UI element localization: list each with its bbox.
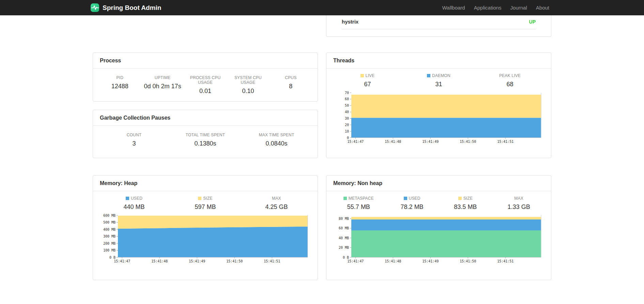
svg-text:600 MB: 600 MB bbox=[103, 214, 116, 217]
svg-text:30: 30 bbox=[345, 117, 349, 120]
process-card: Process PID 12488 UPTIME 0d 0h 2m 17s PR… bbox=[93, 52, 318, 102]
memory-nonheap-card-title: Memory: Non heap bbox=[326, 176, 551, 191]
svg-text:20 MB: 20 MB bbox=[339, 246, 349, 249]
legend-heap-size: SIZE 597 MB bbox=[170, 196, 241, 211]
memory-heap-card-title: Memory: Heap bbox=[93, 176, 318, 191]
used-series-color-icon bbox=[126, 197, 129, 200]
svg-text:15:41:47: 15:41:47 bbox=[347, 259, 364, 263]
size-series-color-icon bbox=[198, 197, 201, 200]
legend-nonheap-used: USED 78.2 MB bbox=[385, 196, 439, 211]
daemon-series-color-icon bbox=[427, 74, 430, 77]
svg-text:0 B: 0 B bbox=[109, 256, 116, 259]
svg-text:15:41:49: 15:41:49 bbox=[422, 140, 439, 143]
legend-heap-max: MAX 4.25 GB bbox=[241, 196, 312, 211]
status-badge: UP bbox=[529, 19, 536, 25]
brand-title: Spring Boot Admin bbox=[103, 4, 161, 12]
memory-heap-card: Memory: Heap USED 440 MB SIZE 597 MB MAX… bbox=[93, 175, 318, 280]
right-column: hystrix UP Threads LIVE 67 DAEMON 31 bbox=[326, 15, 551, 280]
svg-text:400 MB: 400 MB bbox=[103, 228, 116, 231]
left-column: Process PID 12488 UPTIME 0d 0h 2m 17s PR… bbox=[93, 15, 318, 280]
svg-text:50: 50 bbox=[345, 104, 349, 107]
svg-text:200 MB: 200 MB bbox=[103, 242, 116, 245]
navbar: Spring Boot Admin Wallboard Applications… bbox=[0, 0, 644, 15]
svg-text:15:41:48: 15:41:48 bbox=[385, 259, 401, 263]
svg-text:40 MB: 40 MB bbox=[339, 236, 349, 240]
gc-pauses-card: Garbage Collection Pauses COUNT 3 TOTAL … bbox=[93, 110, 318, 158]
svg-text:15:41:49: 15:41:49 bbox=[189, 259, 205, 263]
status-row-hystrix[interactable]: hystrix UP bbox=[342, 15, 536, 29]
svg-text:15:41:47: 15:41:47 bbox=[114, 259, 130, 263]
gc-card-title: Garbage Collection Pauses bbox=[93, 110, 318, 126]
size-series-color-icon bbox=[458, 197, 462, 200]
nav-item-applications[interactable]: Applications bbox=[470, 5, 506, 11]
spring-boot-admin-logo-icon bbox=[90, 3, 99, 12]
svg-text:0 B: 0 B bbox=[343, 256, 349, 259]
health-indicator-name: hystrix bbox=[342, 19, 358, 25]
svg-text:100 MB: 100 MB bbox=[103, 248, 116, 252]
metric-process-cpu: PROCESS CPU USAGE 0.01 bbox=[184, 75, 227, 95]
svg-text:80 MB: 80 MB bbox=[339, 217, 349, 221]
legend-heap-used: USED 440 MB bbox=[98, 196, 170, 211]
nav-item-journal[interactable]: Journal bbox=[506, 5, 532, 11]
svg-text:15:41:50: 15:41:50 bbox=[226, 259, 243, 263]
threads-card: Threads LIVE 67 DAEMON 31 PEAK LIVE 68 bbox=[326, 52, 551, 158]
memory-nonheap-card: Memory: Non heap METASPACE 55.7 MB USED … bbox=[326, 175, 551, 280]
legend-daemon: DAEMON 31 bbox=[403, 73, 474, 88]
svg-text:15:41:49: 15:41:49 bbox=[422, 259, 439, 263]
nav-item-about[interactable]: About bbox=[532, 5, 554, 11]
threads-card-title: Threads bbox=[326, 53, 551, 69]
metric-uptime: UPTIME 0d 0h 2m 17s bbox=[141, 75, 184, 95]
svg-text:70: 70 bbox=[345, 91, 349, 95]
metric-gc-total-time: TOTAL TIME SPENT 0.1380s bbox=[170, 133, 241, 147]
svg-text:60: 60 bbox=[345, 97, 349, 101]
threads-chart: 01020304050607015:41:4715:41:4815:41:491… bbox=[332, 91, 546, 145]
svg-text:0: 0 bbox=[347, 136, 349, 140]
metric-gc-count: COUNT 3 bbox=[98, 133, 170, 147]
svg-text:15:41:48: 15:41:48 bbox=[385, 140, 401, 143]
svg-text:15:41:48: 15:41:48 bbox=[151, 259, 168, 263]
nonheap-memory-chart: 0 B20 MB40 MB60 MB80 MB15:41:4715:41:481… bbox=[332, 213, 546, 264]
svg-text:300 MB: 300 MB bbox=[103, 234, 116, 238]
svg-text:500 MB: 500 MB bbox=[103, 221, 116, 224]
legend-peak-live: PEAK LIVE 68 bbox=[474, 73, 546, 88]
svg-text:10: 10 bbox=[345, 130, 349, 133]
live-series-color-icon bbox=[361, 74, 364, 77]
legend-metaspace: METASPACE 55.7 MB bbox=[332, 196, 385, 211]
metric-cpus: CPUS 8 bbox=[270, 75, 312, 95]
heap-memory-chart: 0 B100 MB200 MB300 MB400 MB500 MB600 MB1… bbox=[98, 213, 312, 264]
metric-pid: PID 12488 bbox=[98, 75, 141, 95]
nav-links: Wallboard Applications Journal About bbox=[438, 5, 554, 11]
svg-text:15:41:51: 15:41:51 bbox=[497, 259, 513, 263]
legend-live: LIVE 67 bbox=[332, 73, 403, 88]
used-series-color-icon bbox=[404, 197, 407, 200]
svg-text:40: 40 bbox=[345, 110, 349, 114]
svg-text:60 MB: 60 MB bbox=[339, 226, 349, 230]
metaspace-series-color-icon bbox=[343, 197, 347, 200]
svg-text:15:41:47: 15:41:47 bbox=[347, 140, 364, 143]
svg-text:15:41:50: 15:41:50 bbox=[460, 259, 476, 263]
svg-text:20: 20 bbox=[345, 123, 349, 127]
legend-nonheap-size: SIZE 83.5 MB bbox=[439, 196, 492, 211]
svg-text:15:41:51: 15:41:51 bbox=[497, 140, 513, 143]
svg-text:15:41:51: 15:41:51 bbox=[264, 259, 280, 263]
svg-text:15:41:50: 15:41:50 bbox=[460, 140, 476, 143]
application-status-card: hystrix UP bbox=[326, 15, 551, 37]
brand-link[interactable]: Spring Boot Admin bbox=[90, 3, 161, 12]
metric-gc-max-time: MAX TIME SPENT 0.0840s bbox=[241, 133, 312, 147]
metric-system-cpu: SYSTEM CPU USAGE 0.10 bbox=[227, 75, 269, 95]
main-content: Process PID 12488 UPTIME 0d 0h 2m 17s PR… bbox=[93, 15, 551, 280]
process-card-title: Process bbox=[93, 53, 318, 69]
nav-item-wallboard[interactable]: Wallboard bbox=[438, 5, 470, 11]
legend-nonheap-max: MAX 1.33 GB bbox=[492, 196, 546, 211]
